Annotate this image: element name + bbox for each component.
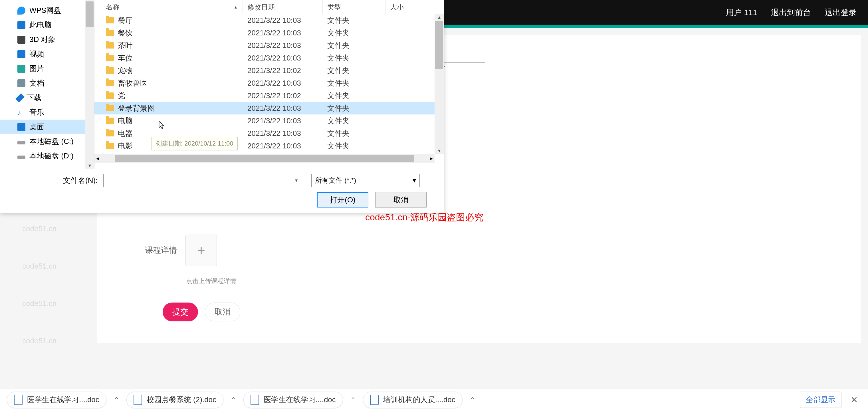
exit-to-front-link[interactable]: 退出到前台 — [771, 7, 811, 18]
folder-icon — [106, 105, 114, 111]
pic-icon — [18, 65, 25, 73]
file-name: 电脑 — [118, 116, 133, 126]
dl-icon — [16, 93, 25, 102]
file-name: 茶叶 — [118, 40, 133, 51]
tree-item[interactable]: 视频 — [0, 47, 94, 61]
filename-dropdown-icon[interactable]: ▾ — [295, 177, 298, 183]
tree-item-label: WPS网盘 — [29, 5, 61, 16]
tree-item[interactable]: 下载 — [0, 90, 94, 105]
list-scroll-thumb[interactable] — [435, 21, 443, 69]
file-name: 电影 — [118, 141, 133, 151]
file-type: 文件夹 — [323, 53, 385, 63]
tree-item[interactable]: 图片 — [0, 61, 94, 76]
logout-link[interactable]: 退出登录 — [825, 7, 857, 18]
doc-icon — [370, 395, 379, 405]
plus-icon: + — [197, 243, 205, 258]
scroll-up-icon[interactable]: ▴ — [438, 14, 440, 20]
folder-icon — [106, 92, 114, 99]
col-size[interactable]: 大小 — [390, 3, 404, 12]
scroll-down-icon[interactable]: ▾ — [438, 148, 440, 154]
course-detail-label: 课程详情 — [126, 245, 177, 256]
file-row[interactable]: 电脑2021/3/22 10:03文件夹 — [94, 114, 444, 127]
file-type: 文件夹 — [323, 91, 385, 101]
tree-item[interactable]: 此电脑 — [0, 18, 94, 32]
file-row[interactable]: 餐厅2021/3/22 10:03文件夹 — [94, 14, 444, 27]
file-row[interactable]: 宠物2021/3/22 10:02文件夹 — [94, 64, 444, 77]
download-item[interactable]: 医学生在线学习....doc — [243, 391, 343, 408]
upload-course-detail-box[interactable]: + — [185, 235, 217, 266]
file-list-header[interactable]: 名称▴ 修改日期 类型 大小 — [94, 0, 444, 14]
file-date: 2021/3/22 10:03 — [243, 129, 323, 138]
open-button[interactable]: 打开(O) — [317, 192, 368, 207]
folder-icon — [106, 17, 114, 23]
file-date: 2021/3/22 10:03 — [243, 41, 323, 50]
disk-icon — [18, 155, 25, 159]
download-filename: 校园点餐系统 (2).doc — [147, 395, 216, 405]
dialog-cancel-button[interactable]: 取消 — [375, 192, 427, 207]
file-date: 2021/3/22 10:02 — [243, 66, 323, 75]
filename-label: 文件名(N): — [63, 176, 98, 185]
folder-icon — [106, 42, 114, 49]
download-filename: 医学生在线学习....doc — [27, 395, 99, 405]
tree-item[interactable]: 本地磁盘 (C:) — [0, 134, 94, 149]
file-type: 文件夹 — [323, 78, 385, 88]
list-hscrollbar[interactable]: ◂ ▸ — [94, 154, 435, 163]
file-row[interactable]: 餐饮2021/3/22 10:03文件夹 — [94, 27, 444, 39]
submit-button[interactable]: 提交 — [163, 302, 198, 321]
tree-item[interactable]: WPS网盘 — [0, 3, 94, 18]
file-type: 文件夹 — [323, 40, 385, 51]
chevron-up-icon[interactable]: ⌃ — [347, 396, 359, 404]
file-row[interactable]: 登录背景图2021/3/22 10:03文件夹 — [94, 102, 444, 114]
vid-icon — [18, 50, 25, 58]
file-name: 登录背景图 — [118, 103, 155, 113]
file-type: 文件夹 — [323, 16, 385, 25]
file-type: 文件夹 — [323, 141, 385, 151]
scroll-left-icon[interactable]: ◂ — [96, 155, 99, 162]
folder-icon — [106, 67, 114, 74]
dialog-file-list: 名称▴ 修改日期 类型 大小 餐厅2021/3/22 10:03文件夹餐饮202… — [94, 0, 444, 169]
file-date: 2021/3/22 10:02 — [243, 91, 323, 100]
file-tooltip: 创建日期: 2020/10/12 11:00 — [152, 137, 238, 150]
hscroll-thumb[interactable] — [115, 155, 414, 162]
cancel-button[interactable]: 取消 — [205, 302, 240, 321]
chevron-up-icon[interactable]: ⌃ — [228, 396, 239, 404]
file-date: 2021/3/22 10:03 — [243, 54, 323, 62]
file-filter-select[interactable]: 所有文件 (*.*) ▾ — [311, 174, 420, 187]
file-row[interactable]: 电影2021/3/22 10:03文件夹 — [94, 140, 444, 152]
tree-item[interactable]: ♪音乐 — [0, 105, 94, 120]
col-name[interactable]: 名称 — [106, 3, 120, 12]
tree-scroll-thumb[interactable] — [86, 1, 94, 27]
file-date: 2021/3/22 10:03 — [243, 16, 323, 25]
filename-input[interactable] — [103, 174, 297, 187]
scroll-right-icon[interactable]: ▸ — [430, 155, 433, 162]
dialog-tree[interactable]: WPS网盘此电脑3D 对象视频图片文档下载♪音乐桌面本地磁盘 (C:)本地磁盘 … — [0, 0, 94, 169]
download-filename: 医学生在线学习....doc — [264, 395, 336, 405]
col-type[interactable]: 类型 — [327, 3, 341, 12]
file-row[interactable]: 电器2021/3/22 10:03文件夹 — [94, 127, 444, 140]
file-name: 畜牧兽医 — [118, 78, 148, 88]
file-row[interactable]: 车位2021/3/22 10:03文件夹 — [94, 52, 444, 64]
wps-icon — [18, 6, 25, 14]
tree-item[interactable]: 桌面 — [0, 120, 94, 134]
download-filename: 培训机构的人员....doc — [383, 395, 456, 405]
file-name: 党 — [118, 91, 125, 101]
download-item[interactable]: 医学生在线学习....doc — [7, 391, 106, 408]
col-date[interactable]: 修改日期 — [247, 3, 275, 12]
file-row[interactable]: 党2021/3/22 10:02文件夹 — [94, 89, 444, 102]
doc-icon — [133, 395, 142, 405]
file-row[interactable]: 畜牧兽医2021/3/22 10:03文件夹 — [94, 77, 444, 89]
close-icon[interactable]: ✕ — [847, 395, 861, 405]
folder-icon — [106, 143, 114, 149]
download-item[interactable]: 校园点餐系统 (2).doc — [126, 391, 223, 408]
file-date: 2021/3/22 10:03 — [243, 79, 323, 88]
tree-item[interactable]: 文档 — [0, 76, 94, 90]
tree-item[interactable]: 3D 对象 — [0, 32, 94, 47]
download-item[interactable]: 培训机构的人员....doc — [363, 391, 463, 408]
file-row[interactable]: 茶叶2021/3/22 10:03文件夹 — [94, 39, 444, 52]
show-all-button[interactable]: 全部显示 — [800, 391, 841, 408]
tree-item[interactable]: 本地磁盘 (D:) — [0, 149, 94, 163]
chevron-up-icon[interactable]: ⌃ — [111, 396, 122, 404]
scroll-down-icon[interactable]: ▾ — [89, 163, 91, 169]
chevron-up-icon[interactable]: ⌃ — [467, 396, 478, 404]
user-label[interactable]: 用户 111 — [726, 7, 757, 18]
